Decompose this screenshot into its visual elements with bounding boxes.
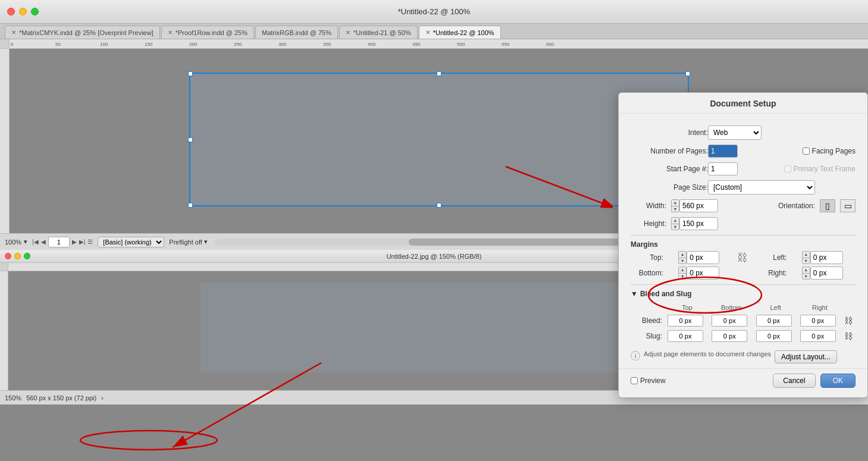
slug-bottom-input[interactable] xyxy=(712,330,747,342)
margin-right-group[interactable]: ▲ ▼ xyxy=(802,266,856,280)
preflight-label: Preflight off xyxy=(169,239,202,246)
preview-checkbox[interactable] xyxy=(631,377,638,384)
margin-left-spinner[interactable]: ▲ ▼ xyxy=(802,251,810,264)
handle-ml[interactable] xyxy=(188,137,193,142)
margin-right-input[interactable] xyxy=(810,266,843,280)
orientation-landscape-button[interactable]: ▭ xyxy=(840,199,856,212)
next-page-button[interactable]: ▶ xyxy=(72,239,77,245)
bleed-right-cell[interactable] xyxy=(798,313,841,328)
first-page-button[interactable]: |◀ xyxy=(32,239,39,245)
page-size-select[interactable]: [Custom] xyxy=(708,180,815,195)
bleed-bottom-input[interactable] xyxy=(712,315,747,327)
height-input[interactable] xyxy=(679,217,718,230)
margin-left-input[interactable] xyxy=(810,251,843,264)
preview-checkbox-label[interactable]: Preview xyxy=(631,377,666,385)
ok-button[interactable]: OK xyxy=(820,374,856,388)
margin-left-group[interactable]: ▲ ▼ xyxy=(802,251,856,264)
cancel-button[interactable]: Cancel xyxy=(773,374,815,388)
slug-right-input[interactable] xyxy=(800,330,836,342)
margin-bottom-up[interactable]: ▲ xyxy=(679,267,686,274)
margin-top-group[interactable]: ▲ ▼ xyxy=(678,251,732,264)
handle-tc[interactable] xyxy=(437,71,441,76)
tab-5[interactable]: ✕ *Untitled-22 @ 100% xyxy=(419,26,501,39)
mode-dropdown[interactable]: [Basic] (working) xyxy=(98,237,164,247)
tab-4-close[interactable]: ✕ xyxy=(346,29,350,36)
width-up-button[interactable]: ▲ xyxy=(672,200,679,206)
width-spinner[interactable]: ▲ ▼ xyxy=(671,199,679,212)
height-spinner[interactable]: ▲ ▼ xyxy=(671,217,679,230)
start-page-input[interactable] xyxy=(708,162,738,175)
bleed-bottom-cell[interactable] xyxy=(710,313,753,328)
page-nav[interactable]: |◀ ◀ ▶ ▶| ☰ xyxy=(32,237,93,247)
slug-right-cell[interactable] xyxy=(798,329,841,343)
slug-top-input[interactable] xyxy=(668,330,703,342)
tab-5-close[interactable]: ✕ xyxy=(425,29,430,36)
facing-pages-checkbox[interactable] xyxy=(803,148,810,155)
slug-top-cell[interactable] xyxy=(666,329,709,343)
slug-bottom-cell[interactable] xyxy=(710,329,753,343)
margin-top-input[interactable] xyxy=(687,251,719,264)
bleed-right-input[interactable] xyxy=(800,315,836,327)
num-pages-input[interactable] xyxy=(708,145,738,158)
width-spinner-group[interactable]: ▲ ▼ xyxy=(671,199,718,212)
last-page-button[interactable]: ▶| xyxy=(79,239,86,245)
intent-label: Intent: xyxy=(631,128,708,137)
orientation-portrait-button[interactable]: ▯ xyxy=(820,199,835,212)
margin-top-spinner[interactable]: ▲ ▼ xyxy=(678,251,687,264)
margin-left-down[interactable]: ▼ xyxy=(803,258,810,264)
width-down-button[interactable]: ▼ xyxy=(672,206,679,212)
margin-top-up[interactable]: ▲ xyxy=(679,252,686,258)
page-menu-button[interactable]: ☰ xyxy=(87,239,93,245)
margin-right-spinner[interactable]: ▲ ▼ xyxy=(802,266,810,280)
bleed-slug-header[interactable]: ▼ Bleed and Slug xyxy=(631,290,856,298)
handle-tl[interactable] xyxy=(188,71,193,76)
bleed-top-input[interactable] xyxy=(668,315,703,327)
bleed-left-input[interactable] xyxy=(756,315,792,327)
intent-row: Intent: Web xyxy=(631,126,856,140)
facing-pages-checkbox-label[interactable]: Facing Pages xyxy=(803,147,856,155)
window-controls[interactable] xyxy=(7,8,39,15)
margin-bottom-spinner[interactable]: ▲ ▼ xyxy=(678,266,687,280)
height-down-button[interactable]: ▼ xyxy=(672,224,679,230)
minimize-button[interactable] xyxy=(19,8,27,15)
close-button[interactable] xyxy=(7,8,15,15)
intent-select[interactable]: Web xyxy=(708,126,762,140)
height-up-button[interactable]: ▲ xyxy=(672,218,679,224)
tab-1-close[interactable]: ✕ xyxy=(11,29,16,36)
handle-bl[interactable] xyxy=(188,203,193,208)
margins-section-title: Margins xyxy=(631,240,856,249)
margin-right-up[interactable]: ▲ xyxy=(803,267,810,274)
tabbar: ✕ *MatrixCMYK.indd @ 25% [Overprint Prev… xyxy=(0,24,868,39)
preflight-control[interactable]: Preflight off ▾ xyxy=(169,238,207,246)
bleed-left-cell[interactable] xyxy=(754,313,797,328)
margin-bottom-input[interactable] xyxy=(687,266,719,280)
slug-left-cell[interactable] xyxy=(754,329,797,343)
tab-2[interactable]: ✕ *Proof1Row.indd @ 25% xyxy=(161,26,254,39)
prev-page-button[interactable]: ◀ xyxy=(41,239,46,245)
margin-top-down[interactable]: ▼ xyxy=(679,258,686,264)
margin-bottom-group[interactable]: ▲ ▼ xyxy=(678,266,732,280)
tab-3[interactable]: MatrixRGB.indd @ 75% xyxy=(255,26,338,39)
bottom-max-button[interactable] xyxy=(24,253,30,259)
margin-left-up[interactable]: ▲ xyxy=(803,252,810,258)
bottom-min-button[interactable] xyxy=(14,253,21,259)
bottom-window-controls[interactable] xyxy=(5,253,30,259)
col-right: Right xyxy=(798,303,841,312)
maximize-button[interactable] xyxy=(31,8,39,15)
margin-right-down[interactable]: ▼ xyxy=(803,274,810,280)
tab-1[interactable]: ✕ *MatrixCMYK.indd @ 25% [Overprint Prev… xyxy=(5,26,160,39)
handle-bc[interactable] xyxy=(437,203,441,208)
bottom-close-button[interactable] xyxy=(5,253,11,259)
tab-2-close[interactable]: ✕ xyxy=(168,29,173,36)
margin-bottom-down[interactable]: ▼ xyxy=(679,274,686,280)
tab-4[interactable]: ✕ *Untitled-21 @ 50% xyxy=(339,26,418,39)
adjust-layout-button[interactable]: Adjust Layout... xyxy=(775,350,837,363)
bleed-top-cell[interactable] xyxy=(666,313,709,328)
width-input[interactable] xyxy=(679,199,718,212)
height-spinner-group[interactable]: ▲ ▼ xyxy=(671,217,718,230)
slug-left-input[interactable] xyxy=(756,330,792,342)
handle-tr[interactable] xyxy=(685,71,690,76)
zoom-dropdown-icon[interactable]: ▾ xyxy=(24,238,27,246)
zoom-control[interactable]: 100% ▾ xyxy=(5,238,27,246)
page-input[interactable] xyxy=(48,237,70,247)
